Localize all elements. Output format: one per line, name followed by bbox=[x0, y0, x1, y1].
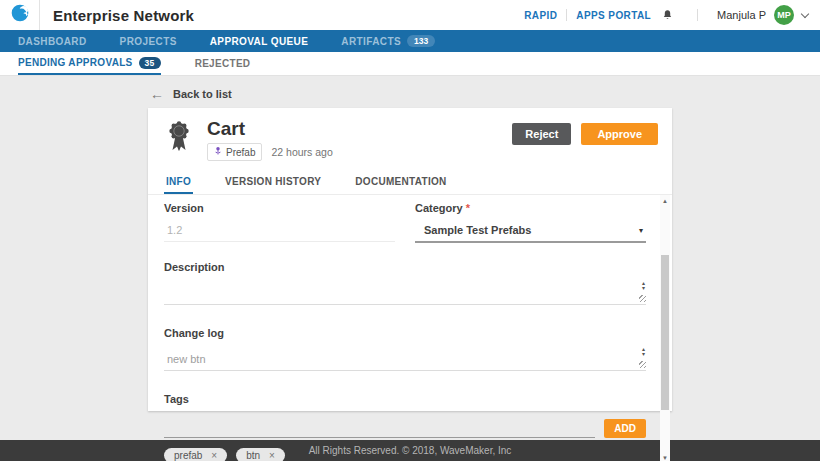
version-label: Version bbox=[164, 197, 395, 221]
category-label-text: Category bbox=[415, 202, 463, 214]
spinner-down-icon: ▾ bbox=[642, 286, 645, 291]
type-badge-label: Prefab bbox=[226, 147, 255, 158]
app-logo[interactable] bbox=[0, 0, 40, 30]
tag-chip-label: prefab bbox=[174, 450, 202, 461]
select-caret-icon: ▾ bbox=[639, 226, 643, 235]
description-label: Description bbox=[164, 256, 646, 280]
notifications-bell-icon[interactable] bbox=[661, 9, 674, 22]
type-badge: Prefab bbox=[207, 143, 262, 161]
time-ago: 22 hours ago bbox=[271, 146, 332, 158]
divider bbox=[697, 9, 698, 21]
back-to-list-link[interactable]: ← Back to list bbox=[0, 76, 820, 108]
changelog-textarea[interactable]: new btn ▴ ▾ bbox=[164, 346, 646, 371]
resize-grip[interactable] bbox=[639, 361, 646, 368]
nav-item-artifacts[interactable]: ARTIFACTS 133 bbox=[341, 35, 435, 47]
changelog-value: new btn bbox=[164, 346, 646, 365]
chevron-down-icon[interactable] bbox=[801, 10, 809, 18]
nav-item-approval-queue[interactable]: APPROVAL QUEUE bbox=[210, 36, 309, 47]
apps-portal-link[interactable]: APPS PORTAL bbox=[576, 10, 651, 21]
scroll-up-icon[interactable]: ▲ bbox=[660, 195, 670, 206]
wavemaker-logo-icon bbox=[10, 3, 30, 27]
remove-tag-icon[interactable]: × bbox=[269, 450, 275, 461]
remove-tag-icon[interactable]: × bbox=[211, 450, 217, 461]
artifacts-count-badge: 133 bbox=[407, 35, 435, 47]
top-header: Enterprise Network RAPID APPS PORTAL Man… bbox=[0, 0, 820, 30]
scroll-down-icon[interactable]: ▼ bbox=[660, 452, 670, 461]
tags-input[interactable] bbox=[164, 416, 595, 438]
tab-documentation[interactable]: DOCUMENTATION bbox=[353, 170, 448, 194]
category-select[interactable]: Sample Test Prefabs ▾ bbox=[415, 221, 646, 243]
avatar[interactable]: MP bbox=[774, 5, 794, 25]
tab-version-history[interactable]: VERSION HISTORY bbox=[223, 170, 323, 194]
artifact-title: Cart bbox=[207, 119, 333, 138]
changelog-label: Change log bbox=[164, 322, 646, 346]
user-name[interactable]: Manjula P bbox=[717, 9, 766, 21]
divider bbox=[566, 9, 567, 21]
resize-grip[interactable] bbox=[639, 295, 646, 302]
reject-button[interactable]: Reject bbox=[512, 123, 571, 145]
description-textarea[interactable]: ▴ ▾ bbox=[164, 280, 646, 305]
page-title: Enterprise Network bbox=[53, 7, 194, 24]
rapid-link[interactable]: RAPID bbox=[524, 10, 557, 21]
card-header: Cart bbox=[148, 108, 672, 168]
tab-pending-approvals[interactable]: PENDING APPROVALS 35 bbox=[18, 52, 161, 75]
tab-label: PENDING APPROVALS bbox=[18, 57, 133, 68]
spinner-control[interactable]: ▴ ▾ bbox=[642, 347, 645, 357]
scrollbar-thumb[interactable] bbox=[661, 255, 669, 410]
required-asterisk: * bbox=[466, 202, 470, 214]
main-content: ← Back to list bbox=[0, 76, 820, 440]
artifact-detail-card: Cart bbox=[148, 108, 672, 411]
version-value: 1.2 bbox=[164, 221, 395, 242]
tag-chip-label: btn bbox=[246, 450, 260, 461]
prefab-rosette-icon bbox=[166, 121, 192, 152]
nav-item-projects[interactable]: PROJECTS bbox=[120, 36, 177, 47]
tags-label: Tags bbox=[164, 388, 646, 412]
back-arrow-icon: ← bbox=[150, 87, 164, 101]
nav-item-dashboard[interactable]: DASHBOARD bbox=[18, 36, 87, 47]
info-form: Version 1.2 Category* Sample Test Prefab… bbox=[148, 195, 672, 461]
back-label: Back to list bbox=[173, 88, 232, 100]
detail-tabs: INFO VERSION HISTORY DOCUMENTATION bbox=[148, 168, 672, 195]
approve-button[interactable]: Approve bbox=[581, 123, 658, 145]
main-navbar: DASHBOARD PROJECTS APPROVAL QUEUE ARTIFA… bbox=[0, 30, 820, 52]
pending-count-badge: 35 bbox=[139, 57, 161, 69]
scrollbar-track[interactable] bbox=[660, 206, 670, 452]
category-label: Category* bbox=[415, 197, 646, 221]
category-selected-value: Sample Test Prefabs bbox=[424, 224, 531, 236]
nav-item-label: ARTIFACTS bbox=[341, 36, 401, 47]
tag-chip: prefab × bbox=[164, 448, 227, 461]
prefab-icon bbox=[214, 146, 222, 158]
tab-info[interactable]: INFO bbox=[164, 170, 193, 194]
tab-rejected[interactable]: REJECTED bbox=[195, 52, 251, 75]
spinner-down-icon: ▾ bbox=[642, 352, 645, 357]
description-value bbox=[164, 280, 646, 287]
form-scrollbar[interactable]: ▲ ▼ bbox=[660, 195, 670, 461]
approval-subnav: PENDING APPROVALS 35 REJECTED bbox=[0, 52, 820, 76]
tag-chip: btn × bbox=[236, 448, 285, 461]
spinner-control[interactable]: ▴ ▾ bbox=[642, 281, 645, 291]
add-tag-button[interactable]: ADD bbox=[604, 419, 646, 438]
